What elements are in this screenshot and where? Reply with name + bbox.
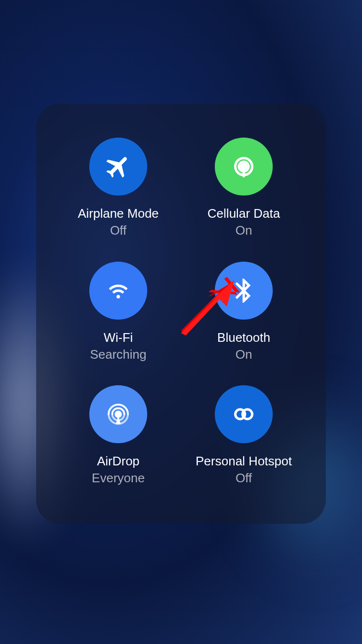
hotspot-status: Off [236, 471, 252, 486]
hotspot-toggle[interactable]: Personal Hotspot Off [181, 385, 306, 490]
connectivity-control-panel: Airplane Mode Off Cellular Data On [36, 104, 326, 524]
cellular-status: On [236, 223, 252, 238]
airdrop-status: Everyone [92, 471, 145, 486]
cellular-data-toggle[interactable]: Cellular Data On [181, 138, 306, 242]
bluetooth-label: Bluetooth [217, 330, 270, 345]
bluetooth-status: On [236, 347, 252, 362]
wifi-label: Wi-Fi [104, 330, 133, 345]
airplane-label: Airplane Mode [78, 206, 159, 221]
bluetooth-toggle[interactable]: Bluetooth On [181, 262, 306, 366]
cellular-label: Cellular Data [208, 206, 280, 221]
airplane-status: Off [110, 223, 126, 238]
wifi-toggle[interactable]: Wi-Fi Searching [56, 262, 181, 366]
wifi-icon [89, 262, 147, 320]
hotspot-label: Personal Hotspot [195, 454, 292, 469]
airdrop-label: AirDrop [97, 454, 139, 469]
wifi-status: Searching [90, 347, 146, 362]
airdrop-icon [89, 385, 147, 443]
airdrop-toggle[interactable]: AirDrop Everyone [56, 385, 181, 490]
airplane-mode-toggle[interactable]: Airplane Mode Off [56, 138, 181, 242]
hotspot-icon [215, 385, 273, 443]
bluetooth-icon [215, 262, 273, 320]
airplane-icon [89, 138, 147, 196]
cellular-icon [215, 138, 273, 196]
